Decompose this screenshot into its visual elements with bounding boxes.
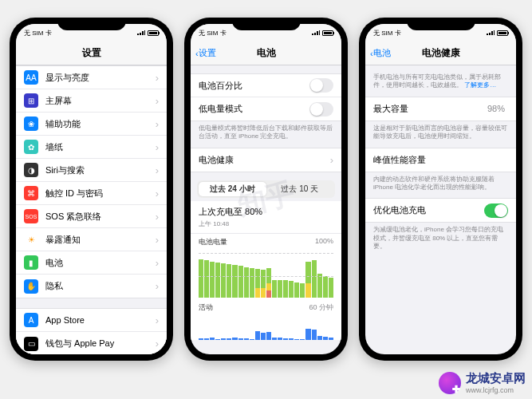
row-label: 墙纸	[45, 141, 156, 153]
last-charge-title: 上次充电至 80%	[191, 201, 341, 219]
learn-more-link[interactable]: 了解更多…	[464, 81, 496, 89]
row-icon: ✋	[24, 279, 38, 294]
row-icon: ✿	[24, 140, 38, 154]
intro-note: 手机电池与所有可充电电池类似，属于易耗部件，使用时间越长，电效越低。 了解更多…	[365, 70, 516, 97]
activity-chart	[199, 316, 333, 340]
row-icon: ☀	[24, 232, 38, 247]
sim-status: 无 SIM 卡	[24, 29, 52, 38]
max-capacity-value: 98%	[487, 104, 505, 113]
battery-health-label: 电池健康	[199, 154, 330, 166]
row-peak-performance: 峰值性能容量	[365, 148, 516, 172]
battery-level-chart	[199, 253, 333, 299]
battery-icon	[322, 30, 333, 36]
navbar: ‹ 电池 电池健康	[365, 41, 516, 65]
seg-24h[interactable]: 过去 24 小时	[199, 182, 266, 196]
row-icon: ⊞	[24, 93, 38, 108]
level-ylabel-100: 100%	[315, 237, 333, 247]
page-title: 设置	[82, 46, 101, 60]
row-label: 辅助功能	[45, 118, 156, 130]
row-label: 主屏幕	[45, 95, 156, 107]
chevron-right-icon: ›	[156, 188, 159, 200]
peak-performance-note: 内建的动态软件和硬件系统将协助克服随着 iPhone 电池化学老化而出现的性能影…	[365, 172, 516, 199]
peak-performance-label: 峰值性能容量	[373, 154, 508, 166]
row-low-power[interactable]: 低电量模式	[191, 97, 341, 120]
settings-row[interactable]: SOSSOS 紧急联络›	[16, 205, 167, 228]
row-label: 钱包与 Apple Pay	[45, 338, 156, 350]
chevron-right-icon: ›	[156, 314, 159, 326]
row-icon: SOS	[24, 209, 38, 223]
sim-status: 无 SIM 卡	[373, 29, 401, 38]
chevron-right-icon: ›	[156, 118, 159, 130]
settings-row[interactable]: AApp Store›	[16, 309, 167, 332]
navbar: 设置	[16, 41, 167, 65]
settings-row[interactable]: ⌘触控 ID 与密码›	[16, 182, 167, 205]
switch-optimized-charging[interactable]	[484, 203, 508, 218]
row-label: 暴露通知	[45, 234, 156, 246]
row-icon: ⌘	[24, 186, 38, 200]
phone-settings: 无 SIM 卡 设置 AA显示与亮度›⊞主屏幕›❀辅助功能›✿墙纸›◑Siri与…	[10, 18, 173, 361]
chevron-right-icon: ›	[156, 280, 159, 292]
row-label: App Store	[45, 315, 156, 325]
row-icon: ▮	[24, 255, 38, 270]
row-label: 显示与亮度	[45, 72, 156, 84]
notch	[232, 18, 301, 30]
phone-battery: 无 SIM 卡 ‹ 设置 电池 电池百分比 低电量模式	[184, 18, 348, 361]
chevron-right-icon: ›	[330, 154, 333, 166]
row-icon: AA	[24, 70, 38, 85]
row-label: 隐私	[45, 280, 156, 292]
brand-logo-icon	[439, 372, 461, 394]
notch	[407, 18, 475, 30]
settings-row[interactable]: ◑Siri与搜索›	[16, 159, 167, 182]
row-optimized-charging[interactable]: 优化电池充电	[365, 199, 516, 222]
settings-row[interactable]: ☀暴露通知›	[16, 228, 167, 251]
chevron-right-icon: ›	[156, 164, 159, 176]
segmented-control[interactable]: 过去 24 小时 过去 10 天	[197, 180, 335, 198]
row-icon: ◑	[24, 163, 38, 177]
activity-chart-title: 活动	[199, 302, 213, 313]
row-icon: A	[24, 313, 38, 327]
settings-row[interactable]: ⊞主屏幕›	[16, 89, 167, 113]
activity-ylabel-60: 60 分钟	[309, 302, 333, 313]
optimized-charging-note: 为减缓电池老化，iPhone 会学习您每日的充电模式，并暂缓充电至 80% 以上…	[365, 223, 516, 257]
settings-row[interactable]: ✿墙纸›	[16, 136, 167, 159]
max-capacity-label: 最大容量	[373, 103, 487, 115]
back-label: 设置	[199, 47, 216, 59]
back-button[interactable]: ‹ 电池	[370, 47, 391, 59]
chevron-right-icon: ›	[156, 95, 159, 107]
row-battery-health[interactable]: 电池健康 ›	[191, 148, 341, 172]
signal-icon	[137, 30, 145, 35]
settings-row[interactable]: ✋隐私›	[16, 275, 167, 298]
battery-icon	[497, 30, 508, 36]
max-capacity-note: 这是相对于新电池而言的电池容量，容量较低可能导致充电后，电池使用时间缩短。	[365, 121, 516, 148]
back-button[interactable]: ‹ 设置	[195, 47, 216, 59]
row-label: 电池	[45, 257, 156, 269]
signal-icon	[312, 30, 320, 35]
sim-status: 无 SIM 卡	[199, 29, 227, 38]
row-label: Siri与搜索	[45, 164, 156, 176]
chevron-right-icon: ›	[156, 338, 159, 350]
battery-icon	[148, 30, 159, 36]
switch-battery-percent[interactable]	[309, 78, 333, 93]
settings-row[interactable]: ▭钱包与 Apple Pay›	[16, 332, 167, 354]
settings-row[interactable]: ▮电池›	[16, 251, 167, 275]
seg-10d[interactable]: 过去 10 天	[266, 182, 334, 196]
row-battery-percent[interactable]: 电池百分比	[191, 74, 341, 97]
row-icon: ❀	[24, 117, 38, 131]
row-max-capacity: 最大容量 98%	[365, 97, 516, 120]
phone-battery-health: 无 SIM 卡 ‹ 电池 电池健康 手机电池与所有可充电电池类似，属于易耗部件，…	[359, 18, 522, 361]
level-chart-title: 电池电量	[199, 237, 227, 247]
switch-low-power[interactable]	[309, 102, 333, 117]
last-charge-time: 上午 10:48	[191, 219, 341, 234]
site-brand: 龙城安卓网 www.lcjrfg.com	[439, 371, 526, 394]
low-power-note: 低电量模式将暂时降低后台下载和邮件获取等后台活动，直至 iPhone 完全充电。	[191, 121, 341, 148]
brand-name: 龙城安卓网	[466, 371, 526, 385]
battery-percent-label: 电池百分比	[199, 80, 309, 92]
brand-url: www.lcjrfg.com	[466, 386, 526, 394]
signal-icon	[487, 30, 495, 35]
low-power-label: 低电量模式	[199, 103, 309, 115]
row-label: SOS 紧急联络	[45, 211, 156, 223]
settings-row[interactable]: AA显示与亮度›	[16, 66, 167, 89]
row-icon: ▭	[24, 337, 38, 351]
chevron-right-icon: ›	[156, 257, 159, 269]
settings-row[interactable]: ❀辅助功能›	[16, 113, 167, 136]
